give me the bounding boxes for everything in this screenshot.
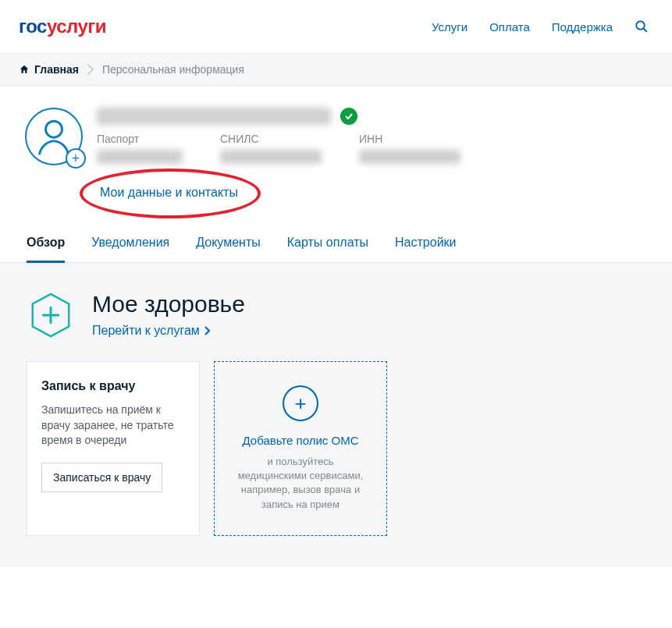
snils-col: СНИЛС (220, 133, 322, 164)
avatar[interactable]: + (25, 108, 83, 165)
breadcrumb-current: Персональная информация (102, 63, 244, 76)
logo-part-uslugi: услуги (47, 16, 106, 37)
health-services-link[interactable]: Перейти к услугам (92, 324, 211, 338)
passport-label: Паспорт (97, 133, 183, 145)
nav-services[interactable]: Услуги (432, 20, 468, 34)
logo[interactable]: госуслуги (19, 16, 106, 37)
my-data-link[interactable]: Мои данные и контакты (100, 186, 238, 199)
avatar-add-icon[interactable]: + (66, 148, 86, 169)
passport-col: Паспорт (97, 133, 183, 164)
health-header: Мое здоровье Перейти к услугам (27, 291, 645, 339)
appointment-button[interactable]: Записаться к врачу (41, 463, 162, 492)
profile-name (97, 108, 331, 125)
chevron-right-icon (204, 326, 211, 335)
search-icon[interactable] (635, 20, 649, 34)
snils-value (220, 150, 322, 164)
health-link-label: Перейти к услугам (92, 324, 200, 338)
tab-documents[interactable]: Документы (196, 232, 260, 262)
card-appointment-title: Запись к врачу (41, 379, 185, 393)
health-title: Мое здоровье (92, 291, 245, 318)
tab-overview[interactable]: Обзор (27, 232, 65, 263)
tabs: Обзор Уведомления Документы Карты оплаты… (0, 209, 672, 263)
passport-value (97, 150, 183, 164)
header: госуслуги Услуги Оплата Поддержка (0, 0, 672, 54)
home-icon (19, 64, 30, 75)
content-area: Мое здоровье Перейти к услугам Запись к … (0, 263, 672, 567)
tab-settings[interactable]: Настройки (395, 232, 456, 262)
inn-col: ИНН (359, 133, 460, 164)
health-title-block: Мое здоровье Перейти к услугам (92, 291, 245, 338)
snils-label: СНИЛС (220, 133, 322, 145)
card-oms-title: Добавьте полис ОМС (242, 434, 358, 447)
svg-point-0 (636, 21, 645, 30)
documents-row: Паспорт СНИЛС ИНН (97, 133, 653, 164)
breadcrumb-home-label: Главная (34, 63, 79, 76)
card-appointment-desc: Запишитесь на приём к врачу заранее, не … (41, 403, 185, 449)
tab-payment-cards[interactable]: Карты оплаты (287, 232, 368, 262)
verified-badge-icon (340, 108, 357, 125)
profile-name-row (97, 108, 653, 125)
nav-payment[interactable]: Оплата (489, 20, 530, 34)
health-icon (27, 291, 75, 339)
card-oms-desc: и пользуйтесь медицинскими сервисами, на… (229, 455, 372, 512)
plus-circle-icon: + (283, 385, 318, 421)
profile-info: Паспорт СНИЛС ИНН Мои данные и контакты (97, 108, 653, 200)
inn-value (359, 150, 460, 164)
top-nav: Услуги Оплата Поддержка (432, 20, 649, 34)
svg-line-1 (643, 28, 647, 32)
logo-part-gos: гос (19, 16, 47, 37)
chevron-right-icon (87, 63, 94, 76)
svg-point-2 (46, 121, 62, 137)
nav-support[interactable]: Поддержка (552, 20, 613, 34)
my-data-link-wrap: Мои данные и контакты (100, 186, 238, 200)
tab-notifications[interactable]: Уведомления (91, 232, 169, 262)
profile-block: + Паспорт СНИЛС ИНН Мои данные и (0, 86, 672, 209)
breadcrumb: Главная Персональная информация (0, 54, 672, 86)
cards-row: Запись к врачу Запишитесь на приём к вра… (27, 361, 645, 536)
card-add-oms[interactable]: + Добавьте полис ОМС и пользуйтесь медиц… (214, 361, 387, 536)
card-appointment: Запись к врачу Запишитесь на приём к вра… (27, 361, 200, 536)
inn-label: ИНН (359, 133, 460, 145)
breadcrumb-home[interactable]: Главная (19, 63, 79, 76)
